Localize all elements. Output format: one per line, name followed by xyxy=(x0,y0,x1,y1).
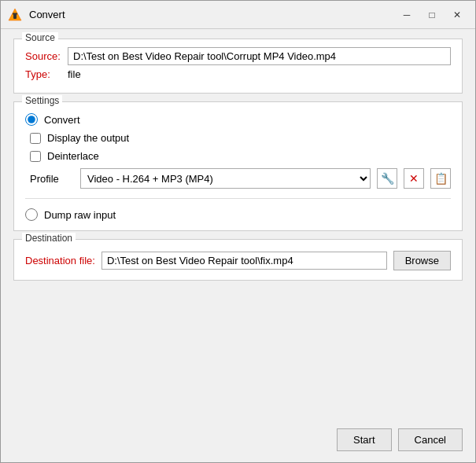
profile-label: Profile xyxy=(30,173,74,185)
dest-file-label: Destination file: xyxy=(25,255,95,266)
dump-raw-label: Dump raw input xyxy=(44,209,116,221)
destination-section-label: Destination xyxy=(22,233,76,244)
footer: Start Cancel xyxy=(1,422,475,462)
destination-path-input[interactable] xyxy=(101,252,387,270)
settings-content: Convert Display the output Deinterlace P… xyxy=(25,110,451,221)
convert-radio-label: Convert xyxy=(44,114,80,126)
minimize-button[interactable]: ─ xyxy=(395,6,419,24)
profile-settings-button[interactable]: 🔧 xyxy=(377,168,397,189)
window-title: Convert xyxy=(29,9,395,20)
type-key-label: Type: xyxy=(25,68,63,80)
source-key-label: Source: xyxy=(25,50,63,62)
settings-divider xyxy=(25,198,451,199)
window-controls: ─ □ ✕ xyxy=(395,6,469,24)
svg-rect-1 xyxy=(13,14,17,19)
source-type-row: Type: file xyxy=(25,68,451,80)
profile-select[interactable]: Video - H.264 + MP3 (MP4) xyxy=(80,168,371,189)
title-bar: Convert ─ □ ✕ xyxy=(1,1,475,29)
source-section-label: Source xyxy=(22,32,58,43)
dump-raw-row: Dump raw input xyxy=(25,208,451,221)
destination-section: Destination Destination file: Browse xyxy=(13,239,463,281)
convert-radio[interactable] xyxy=(25,113,38,126)
profile-delete-button[interactable]: ✕ xyxy=(404,168,424,189)
start-button[interactable]: Start xyxy=(337,428,391,451)
source-path-row: Source: D:\Test on Best Video Repair too… xyxy=(25,47,451,65)
deinterlace-checkbox[interactable] xyxy=(30,151,41,162)
browse-button[interactable]: Browse xyxy=(393,251,451,270)
display-output-row: Display the output xyxy=(25,132,451,144)
deinterlace-row: Deinterlace xyxy=(25,150,451,162)
content-area: Source Source: D:\Test on Best Video Rep… xyxy=(1,29,475,422)
settings-section: Settings Convert Display the output Dein… xyxy=(13,101,463,231)
svg-rect-2 xyxy=(13,13,17,14)
destination-row: Destination file: Browse xyxy=(25,248,451,270)
profile-row: Profile Video - H.264 + MP3 (MP4) 🔧 ✕ 📋 xyxy=(25,168,451,189)
display-output-label: Display the output xyxy=(47,132,129,144)
maximize-button[interactable]: □ xyxy=(420,6,444,24)
profile-edit-button[interactable]: 📋 xyxy=(430,168,451,189)
display-output-checkbox[interactable] xyxy=(30,133,41,144)
source-path-value: D:\Test on Best Video Repair tool\Corrup… xyxy=(68,47,451,65)
close-button[interactable]: ✕ xyxy=(445,6,469,24)
cancel-button[interactable]: Cancel xyxy=(398,428,463,451)
main-window: Convert ─ □ ✕ Source Source: D:\Test on … xyxy=(0,0,476,463)
deinterlace-label: Deinterlace xyxy=(47,150,99,162)
app-icon xyxy=(7,7,23,23)
type-value: file xyxy=(68,68,81,80)
source-section: Source Source: D:\Test on Best Video Rep… xyxy=(13,39,463,94)
convert-radio-row: Convert xyxy=(25,113,451,126)
settings-section-label: Settings xyxy=(22,95,62,106)
dump-raw-radio[interactable] xyxy=(25,208,38,221)
